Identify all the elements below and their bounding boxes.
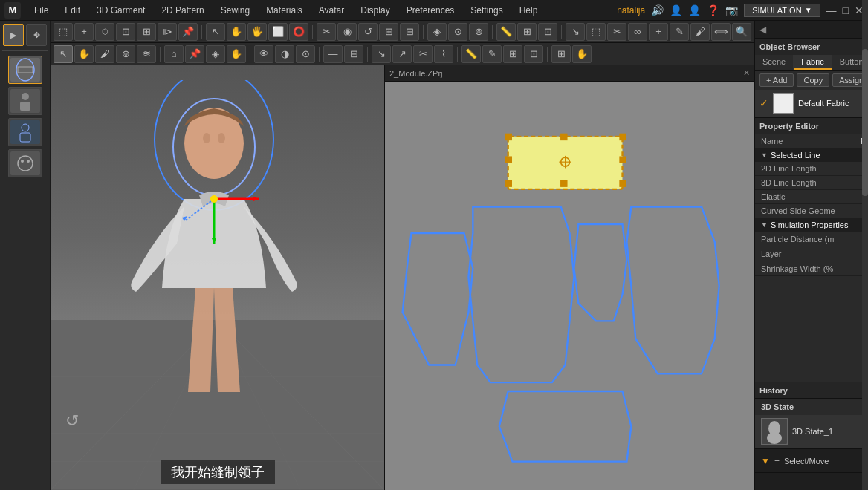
menu-3dgarment[interactable]: 3D Garment bbox=[94, 4, 148, 17]
menu-sewing[interactable]: Sewing bbox=[218, 4, 253, 17]
maximize-icon[interactable]: □ bbox=[843, 4, 849, 16]
multi-select[interactable]: ⬜ bbox=[268, 23, 288, 41]
avatar-icon[interactable]: 👤 bbox=[688, 4, 701, 16]
rotate-handle[interactable]: ↺ bbox=[65, 411, 79, 431]
sewing-tool[interactable]: ✂ bbox=[317, 23, 336, 41]
audio-icon[interactable]: 🔊 bbox=[651, 4, 664, 16]
pin-tool[interactable]: 📌 bbox=[178, 23, 198, 41]
2d-r-zoom[interactable]: ⊞ bbox=[503, 45, 522, 63]
paint-tool[interactable]: 🖌 bbox=[95, 45, 114, 63]
transform-tool[interactable]: ✥ bbox=[26, 24, 47, 46]
face-view-thumb[interactable] bbox=[8, 149, 42, 177]
seam-tool[interactable]: ⊟ bbox=[344, 45, 363, 63]
3d-view-thumb[interactable] bbox=[8, 56, 42, 84]
state-item-1[interactable]: 3D State_1 bbox=[755, 415, 868, 448]
menu-edit[interactable]: Edit bbox=[62, 4, 83, 17]
viewport-2d-close[interactable]: ✕ bbox=[743, 68, 750, 78]
move-tool[interactable]: ⬡ bbox=[95, 23, 114, 41]
menu-settings[interactable]: Settings bbox=[467, 4, 505, 17]
hand-tool[interactable]: ✋ bbox=[227, 23, 246, 41]
2d-select[interactable]: ⬚ bbox=[586, 23, 606, 41]
select-transform-tool[interactable]: ⬚ bbox=[54, 23, 73, 41]
texture-tool[interactable]: ⊙ bbox=[448, 23, 467, 41]
tab-fabric[interactable]: Fabric bbox=[794, 55, 832, 70]
viewport-2d[interactable]: 2_Module.ZPrj ✕ bbox=[385, 65, 754, 490]
tab-scene[interactable]: Scene bbox=[755, 55, 794, 70]
render-tool[interactable]: ⊙ bbox=[296, 45, 315, 63]
group-tool[interactable]: ⊞ bbox=[379, 23, 398, 41]
avatar-hand[interactable]: ✋ bbox=[227, 45, 246, 63]
user-area: natalija 🔊 👤 👤 ❓ 📷 SIMULATION ▼ — □ ✕ bbox=[617, 4, 864, 17]
fold-tool[interactable]: ⌂ bbox=[164, 45, 184, 63]
2d-arrow[interactable]: ↘ bbox=[566, 23, 585, 41]
menu-2dpattern[interactable]: 2D Pattern bbox=[158, 4, 207, 17]
2d-cut[interactable]: ✂ bbox=[607, 23, 626, 41]
grab-tool[interactable]: ✋ bbox=[74, 45, 94, 63]
2d-r-drape[interactable]: ⌇ bbox=[434, 45, 453, 63]
simulation-button[interactable]: SIMULATION ▼ bbox=[744, 4, 820, 17]
prop-layer-label: Layer bbox=[761, 249, 868, 258]
fabric-item-default[interactable]: ✓ Default Fabric ⚙ bbox=[755, 90, 868, 117]
2d-r-select[interactable]: ↘ bbox=[372, 45, 391, 63]
tack-tool[interactable]: ◈ bbox=[206, 45, 225, 63]
show-hide[interactable]: 👁 bbox=[254, 45, 273, 63]
menu-help[interactable]: Help bbox=[516, 4, 541, 17]
2d-zoom[interactable]: 🔍 bbox=[732, 23, 751, 41]
svg-rect-40 bbox=[561, 134, 567, 140]
right-panel-collapse[interactable]: ◀ bbox=[760, 24, 766, 35]
ruler-tool[interactable]: ⊞ bbox=[517, 23, 537, 41]
measure-tool[interactable]: 📏 bbox=[496, 23, 516, 41]
2d-add[interactable]: + bbox=[649, 23, 668, 41]
copy-fabric-button[interactable]: Copy bbox=[797, 74, 829, 87]
rotate-tool[interactable]: ⊡ bbox=[116, 23, 135, 41]
menu-materials[interactable]: Materials bbox=[263, 4, 305, 17]
2d-r-fit[interactable]: ⊞ bbox=[551, 45, 571, 63]
ungroup-tool[interactable]: ⊟ bbox=[400, 23, 419, 41]
2d-r-hand[interactable]: ✋ bbox=[572, 45, 592, 63]
2d-r-zoom2[interactable]: ⊡ bbox=[524, 45, 543, 63]
minimize-icon[interactable]: — bbox=[826, 4, 837, 16]
scale-tool[interactable]: ⊞ bbox=[137, 23, 156, 41]
menu-display[interactable]: Display bbox=[357, 4, 392, 17]
avatar-view-thumb[interactable] bbox=[8, 87, 42, 115]
prop-section-selected-line[interactable]: ▼ Selected Line bbox=[755, 148, 868, 162]
viewport-3d[interactable]: 2_Module.ZPrj ✕ bbox=[51, 65, 385, 490]
drag-tool[interactable]: 🖐 bbox=[247, 23, 267, 41]
opacity-tool[interactable]: ◑ bbox=[275, 45, 294, 63]
2d-r-sew[interactable]: ✂ bbox=[413, 45, 433, 63]
prop-scrollbar[interactable] bbox=[862, 117, 868, 382]
2d-sew[interactable]: ∞ bbox=[628, 23, 647, 41]
prop-scrollbar-thumb[interactable] bbox=[862, 117, 868, 196]
annotation-tool[interactable]: ⊡ bbox=[538, 23, 557, 41]
smooth-tool[interactable]: ⊚ bbox=[116, 45, 135, 63]
prop-section-simulation[interactable]: ▼ Simulation Properties bbox=[755, 218, 868, 232]
lasso-tool[interactable]: ⭕ bbox=[289, 23, 308, 41]
material-tool[interactable]: ◈ bbox=[427, 23, 447, 41]
menu-preferences[interactable]: Preferences bbox=[404, 4, 458, 17]
add-tool[interactable]: + bbox=[74, 23, 94, 41]
2d-edit[interactable]: ✎ bbox=[670, 23, 689, 41]
wireframe-view-thumb[interactable] bbox=[8, 118, 42, 146]
2d-r-measure[interactable]: 📏 bbox=[461, 45, 481, 63]
crease-tool[interactable]: ≋ bbox=[137, 45, 156, 63]
help-icon[interactable]: ❓ bbox=[707, 4, 719, 16]
2d-flip[interactable]: ⟺ bbox=[711, 23, 731, 41]
move-3d[interactable]: ↖ bbox=[54, 45, 73, 63]
add-fabric-button[interactable]: + Add bbox=[760, 74, 794, 87]
mirror-tool[interactable]: ⧐ bbox=[158, 23, 177, 41]
2d-r-arrow[interactable]: ↗ bbox=[392, 45, 412, 63]
2d-brush[interactable]: 🖌 bbox=[690, 23, 710, 41]
menu-file[interactable]: File bbox=[31, 4, 51, 17]
cursor-tool[interactable]: ↖ bbox=[206, 23, 225, 41]
select-tool[interactable]: ▶ bbox=[3, 24, 24, 46]
camera-icon[interactable]: 📷 bbox=[725, 4, 738, 16]
2d-r-annotate[interactable]: ✎ bbox=[482, 45, 502, 63]
menu-avatar[interactable]: Avatar bbox=[316, 4, 347, 17]
user-icon[interactable]: 👤 bbox=[670, 4, 682, 16]
weld-tool[interactable]: ◉ bbox=[337, 23, 357, 41]
drape-tool[interactable]: ⊚ bbox=[469, 23, 488, 41]
reset-tool[interactable]: ↺ bbox=[358, 23, 378, 41]
select-move-add[interactable]: + bbox=[774, 456, 780, 466]
ruler2[interactable]: — bbox=[323, 45, 343, 63]
pin2-tool[interactable]: 📌 bbox=[185, 45, 204, 63]
